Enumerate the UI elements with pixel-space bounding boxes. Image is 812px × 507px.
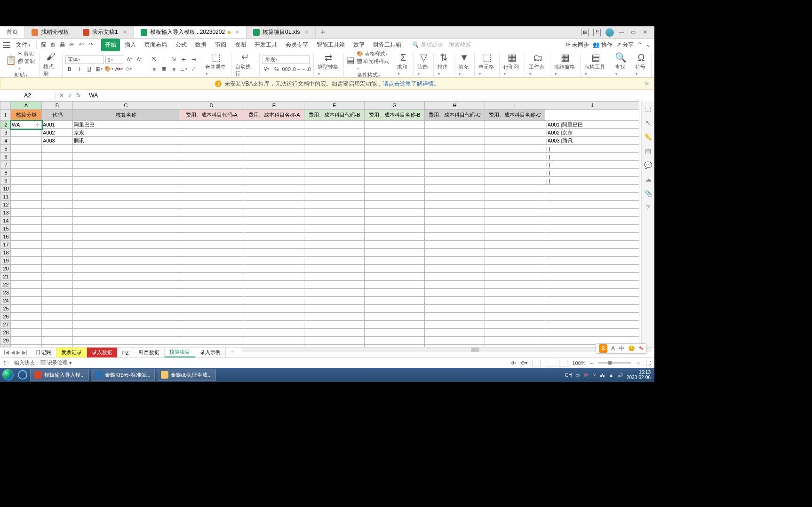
cell[interactable] — [365, 209, 425, 217]
layout-icon[interactable]: ▤ — [645, 147, 651, 155]
cell[interactable] — [365, 313, 425, 321]
cell[interactable] — [304, 201, 365, 209]
cell[interactable] — [73, 193, 179, 201]
cell[interactable] — [365, 153, 425, 161]
col-header[interactable]: E — [244, 102, 304, 110]
menu-tab-layout[interactable]: 页面布局 — [141, 39, 171, 51]
font-size[interactable]: 9 — [105, 55, 124, 64]
find-label[interactable]: 查找 — [615, 63, 627, 76]
cell[interactable] — [244, 129, 304, 137]
target-icon[interactable]: ⊕▾ — [521, 360, 528, 366]
cell[interactable] — [179, 321, 244, 329]
help-icon[interactable]: ? — [646, 204, 650, 211]
cell[interactable] — [244, 281, 304, 289]
cell[interactable] — [365, 241, 425, 249]
cell[interactable] — [425, 265, 485, 273]
typeconv-label[interactable]: 类型转换 — [318, 63, 340, 76]
cell[interactable] — [545, 281, 639, 289]
cell[interactable] — [485, 329, 545, 337]
cell[interactable] — [244, 121, 304, 129]
freeze-label[interactable]: 冻结窗格 — [554, 63, 576, 76]
col-header[interactable]: A — [11, 102, 42, 110]
eye-icon[interactable]: 👁 — [511, 360, 516, 366]
cell[interactable] — [244, 177, 304, 185]
copy-button[interactable]: 🗐 复制 — [18, 58, 36, 71]
cell[interactable] — [545, 217, 639, 225]
cell[interactable] — [73, 289, 179, 297]
cell[interactable] — [304, 193, 365, 201]
view-layout-icon[interactable] — [546, 360, 554, 366]
cell[interactable] — [545, 313, 639, 321]
cell[interactable] — [11, 289, 42, 297]
cell[interactable] — [179, 161, 244, 169]
tab-current[interactable]: 模板输入导入模板...20230202✕ — [134, 26, 247, 38]
border-button[interactable]: ▦ — [95, 65, 103, 73]
cell[interactable] — [42, 249, 73, 257]
cell[interactable] — [73, 257, 179, 265]
cell[interactable] — [73, 169, 179, 177]
name-box[interactable]: A2 — [0, 92, 56, 99]
wksheet-label[interactable]: 工作表 — [529, 63, 546, 76]
cell[interactable] — [42, 145, 73, 153]
align-mid-icon[interactable]: ≡ — [160, 55, 168, 64]
wksheet-icon[interactable]: 🗂 — [533, 52, 542, 63]
row-header[interactable]: 16 — [0, 233, 11, 241]
cell[interactable] — [304, 185, 365, 193]
cell[interactable] — [244, 249, 304, 257]
cell[interactable] — [11, 337, 42, 345]
row-header[interactable]: 23 — [0, 289, 11, 297]
justify-icon[interactable]: ☰ — [180, 65, 188, 73]
cell[interactable] — [485, 145, 545, 153]
zoom-in-icon[interactable]: ＋ — [636, 359, 641, 366]
fill-icon[interactable]: ▼ — [460, 52, 469, 63]
cell[interactable] — [73, 329, 179, 337]
merge-icon[interactable]: ⬚ — [212, 52, 221, 63]
cell[interactable] — [425, 201, 485, 209]
cell[interactable] — [425, 321, 485, 329]
taskbar-app-kingdee[interactable]: 金蝶KIS云-标准版... — [91, 369, 155, 381]
cell[interactable] — [179, 281, 244, 289]
cell[interactable] — [244, 209, 304, 217]
cancel-formula-icon[interactable]: ✕ — [59, 92, 64, 99]
cell[interactable] — [244, 329, 304, 337]
row-header[interactable]: 2 — [0, 121, 11, 129]
menu-tab-data[interactable]: 数据 — [191, 39, 210, 51]
file-menu[interactable]: 文件 — [13, 41, 33, 49]
cell[interactable] — [545, 209, 639, 217]
align-top-icon[interactable]: ⇱ — [150, 55, 159, 64]
cell[interactable] — [304, 241, 365, 249]
grid-icon[interactable]: ⊞ — [581, 29, 589, 36]
cell[interactable] — [42, 321, 73, 329]
cell[interactable] — [545, 225, 639, 233]
cell[interactable] — [73, 281, 179, 289]
header-cell[interactable]: 代码 — [42, 110, 73, 121]
cell[interactable]: 京东 — [73, 129, 179, 137]
cell[interactable] — [73, 161, 179, 169]
cell[interactable] — [244, 233, 304, 241]
italic-button[interactable]: I — [75, 65, 84, 73]
cell[interactable] — [365, 337, 425, 345]
cell[interactable]: | | — [545, 169, 639, 177]
underline-button[interactable]: U — [85, 65, 94, 73]
cell[interactable] — [304, 321, 365, 329]
zoom-slider[interactable] — [598, 362, 631, 364]
cell[interactable] — [11, 153, 42, 161]
cell[interactable] — [425, 193, 485, 201]
cell[interactable] — [425, 313, 485, 321]
cell[interactable] — [425, 297, 485, 305]
select-icon[interactable]: ⬚ — [645, 105, 651, 112]
cell[interactable] — [485, 185, 545, 193]
cell[interactable] — [365, 289, 425, 297]
tray-wps-icon[interactable]: W — [583, 372, 588, 378]
add-tab-button[interactable]: ＋ — [316, 26, 330, 38]
menu-icon[interactable] — [3, 42, 10, 48]
zoom-out-icon[interactable]: − — [590, 360, 593, 366]
currency-icon[interactable]: ¥ — [263, 65, 271, 73]
cell[interactable] — [179, 241, 244, 249]
cell[interactable] — [365, 225, 425, 233]
cell[interactable] — [545, 257, 639, 265]
cell[interactable] — [485, 297, 545, 305]
menu-tab-formula[interactable]: 公式 — [172, 39, 191, 51]
cell[interactable] — [73, 321, 179, 329]
cell[interactable] — [11, 177, 42, 185]
